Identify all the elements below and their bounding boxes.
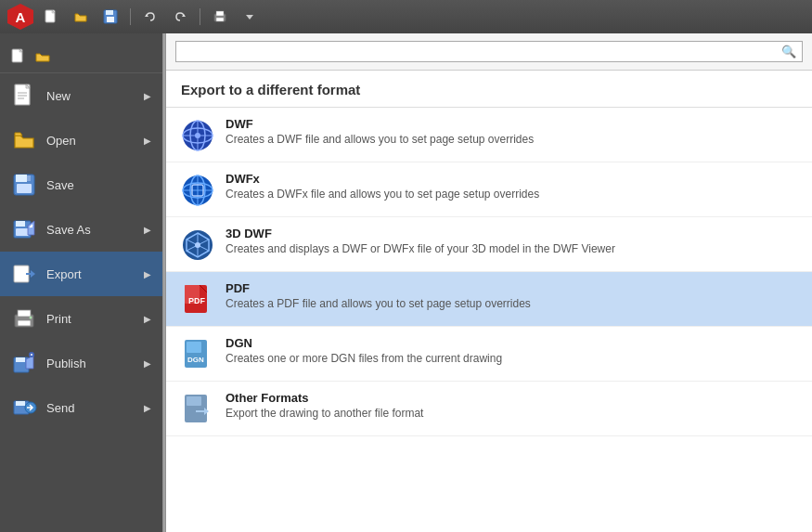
right-panel: 🔍 Export to a different format <box>166 33 812 532</box>
svg-rect-21 <box>27 175 31 181</box>
3ddwf-title: 3D DWF <box>226 227 797 240</box>
other-formats-title: Other Formats <box>226 391 797 405</box>
undo-button[interactable] <box>138 6 162 28</box>
save-as-arrow: ▶ <box>144 225 151 235</box>
send-icon <box>11 395 37 421</box>
sidebar-folder-icon-button[interactable] <box>32 46 54 67</box>
toolbar-dropdown-button[interactable] <box>238 6 262 28</box>
dwfx-desc: Creates a DWFx file and allows you to se… <box>226 188 797 202</box>
open-button[interactable] <box>69 6 93 28</box>
publish-arrow: ▶ <box>144 358 151 369</box>
dgn-content: DGN Creates one or more DGN files from t… <box>226 336 797 367</box>
sidebar-item-save[interactable]: Save <box>0 162 162 207</box>
export-panel-header: Export to a different format <box>166 71 812 108</box>
sidebar-item-publish[interactable]: Publish ▶ <box>0 341 162 385</box>
main-area: New ▶ Open ▶ Save <box>0 33 812 532</box>
svg-rect-58 <box>187 396 201 406</box>
save-button[interactable] <box>98 6 122 28</box>
export-icon <box>11 261 37 287</box>
dwfx-icon <box>181 174 214 207</box>
export-label: Export <box>46 267 135 281</box>
sidebar-new-icon-button[interactable] <box>7 46 30 67</box>
sidebar-item-save-as[interactable]: Save As ▶ <box>0 207 162 252</box>
svg-rect-28 <box>18 310 31 317</box>
dwf-content: DWF Creates a DWF file and allows you to… <box>226 117 797 148</box>
toolbar-separator-2 <box>200 8 200 25</box>
svg-rect-32 <box>16 357 25 362</box>
dwf-desc: Creates a DWF file and allows you to set… <box>226 133 797 148</box>
svg-point-50 <box>195 242 200 248</box>
other-formats-icon <box>181 393 214 426</box>
pdf-desc: Creates a PDF file and allows you to set… <box>226 297 797 312</box>
dwfx-content: DWFx Creates a DWFx file and allows you … <box>226 172 797 202</box>
svg-rect-9 <box>216 18 224 21</box>
send-arrow: ▶ <box>144 403 151 413</box>
toolbar-separator-1 <box>130 8 131 25</box>
new-icon <box>11 83 37 109</box>
dgn-title: DGN <box>226 336 797 350</box>
svg-rect-8 <box>216 11 224 16</box>
other-formats-desc: Export the drawing to another file forma… <box>226 407 797 422</box>
search-bar: 🔍 <box>166 33 812 71</box>
print-label: Print <box>46 312 135 326</box>
publish-label: Publish <box>46 357 135 370</box>
save-menu-icon <box>11 172 37 198</box>
search-input-wrap: 🔍 <box>175 41 803 62</box>
export-item-other-formats[interactable]: Other Formats Export the drawing to anot… <box>166 382 812 436</box>
svg-rect-29 <box>18 320 31 326</box>
open-arrow: ▶ <box>144 136 151 146</box>
svg-rect-3 <box>106 10 113 15</box>
export-panel: Export to a different format DWF Creat <box>166 71 812 532</box>
export-arrow: ▶ <box>144 269 151 279</box>
print-icon <box>11 305 37 331</box>
3ddwf-desc: Creates and displays a DWF or DWFx file … <box>226 242 797 257</box>
sidebar: New ▶ Open ▶ Save <box>0 33 162 532</box>
title-bar: A <box>0 0 812 33</box>
pdf-icon: PDF <box>181 283 214 317</box>
sidebar-item-print[interactable]: Print ▶ <box>0 296 162 341</box>
sidebar-top-icons <box>0 41 162 73</box>
svg-rect-19 <box>16 175 27 182</box>
dgn-icon: DGN <box>181 338 214 371</box>
search-icon: 🔍 <box>781 45 796 58</box>
sidebar-item-open[interactable]: Open ▶ <box>0 118 162 162</box>
print-toolbar-button[interactable] <box>208 6 232 28</box>
svg-rect-55 <box>187 342 201 353</box>
export-item-dwfx[interactable]: DWFx Creates a DWFx file and allows you … <box>166 162 812 217</box>
svg-text:PDF: PDF <box>188 296 206 305</box>
save-label: Save <box>46 178 151 192</box>
print-arrow: ▶ <box>144 314 151 324</box>
pdf-content: PDF Creates a PDF file and allows you to… <box>226 281 797 312</box>
new-arrow: ▶ <box>144 91 151 101</box>
save-as-icon <box>11 216 37 242</box>
open-icon <box>11 127 37 153</box>
export-item-dgn[interactable]: DGN DGN Creates one or more DGN files fr… <box>166 327 812 382</box>
sidebar-item-export[interactable]: Export ▶ <box>0 252 162 296</box>
svg-rect-23 <box>16 221 25 227</box>
svg-rect-20 <box>17 184 32 193</box>
other-formats-content: Other Formats Export the drawing to anot… <box>226 391 797 422</box>
new-label: New <box>46 89 135 103</box>
sidebar-item-new[interactable]: New ▶ <box>0 73 162 118</box>
3ddwf-content: 3D DWF Creates and displays a DWF or DWF… <box>226 227 797 257</box>
export-item-dwf[interactable]: DWF Creates a DWF file and allows you to… <box>166 108 812 162</box>
dwfx-title: DWFx <box>226 172 797 186</box>
3ddwf-icon <box>181 228 214 262</box>
dwf-title: DWF <box>226 117 797 131</box>
export-item-3ddwf[interactable]: 3D DWF Creates and displays a DWF or DWF… <box>166 217 812 272</box>
publish-icon <box>11 350 37 376</box>
new-doc-button[interactable] <box>39 6 63 28</box>
svg-rect-24 <box>16 228 29 236</box>
svg-marker-26 <box>31 270 35 278</box>
svg-marker-10 <box>246 15 253 19</box>
dwf-icon <box>181 119 214 152</box>
search-input[interactable] <box>182 45 781 58</box>
pdf-title: PDF <box>226 281 797 295</box>
svg-rect-4 <box>107 17 114 22</box>
dgn-desc: Creates one or more DGN files from the c… <box>226 352 797 367</box>
sidebar-item-send[interactable]: Send ▶ <box>0 385 162 430</box>
redo-button[interactable] <box>168 6 192 28</box>
export-item-pdf[interactable]: PDF PDF Creates a PDF file and allows yo… <box>166 272 812 327</box>
app-logo: A <box>7 4 33 30</box>
send-label: Send <box>46 401 135 415</box>
